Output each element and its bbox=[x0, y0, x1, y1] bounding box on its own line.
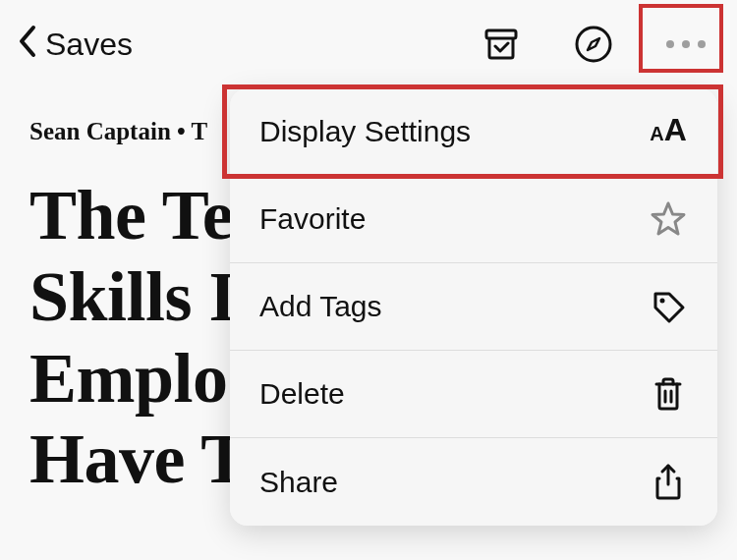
archive-icon[interactable] bbox=[480, 23, 523, 66]
context-menu: Display Settings AA Favorite Add Tags De… bbox=[230, 88, 717, 526]
text-size-icon: AA bbox=[649, 112, 688, 151]
back-button[interactable]: Saves bbox=[18, 25, 133, 64]
share-icon bbox=[649, 463, 688, 502]
trash-icon bbox=[649, 374, 688, 414]
menu-item-label: Delete bbox=[259, 377, 345, 411]
menu-item-label: Add Tags bbox=[259, 290, 382, 323]
svg-point-1 bbox=[577, 28, 610, 61]
menu-item-favorite[interactable]: Favorite bbox=[230, 176, 717, 263]
menu-item-delete[interactable]: Delete bbox=[230, 351, 717, 438]
back-label: Saves bbox=[45, 27, 133, 63]
top-bar: Saves bbox=[0, 0, 737, 88]
menu-item-label: Share bbox=[259, 466, 338, 499]
top-actions bbox=[480, 23, 717, 66]
menu-item-add-tags[interactable]: Add Tags bbox=[230, 263, 717, 351]
chevron-left-icon bbox=[18, 25, 37, 64]
menu-item-share[interactable]: Share bbox=[230, 438, 717, 526]
tag-icon bbox=[649, 287, 688, 326]
menu-item-display-settings[interactable]: Display Settings AA bbox=[230, 88, 717, 176]
svg-point-2 bbox=[660, 299, 665, 304]
more-button[interactable] bbox=[664, 23, 708, 66]
compass-icon[interactable] bbox=[572, 23, 615, 66]
more-icon bbox=[666, 40, 706, 48]
star-icon bbox=[649, 199, 688, 239]
menu-item-label: Favorite bbox=[259, 202, 366, 236]
menu-item-label: Display Settings bbox=[259, 115, 471, 148]
svg-rect-0 bbox=[486, 30, 516, 38]
